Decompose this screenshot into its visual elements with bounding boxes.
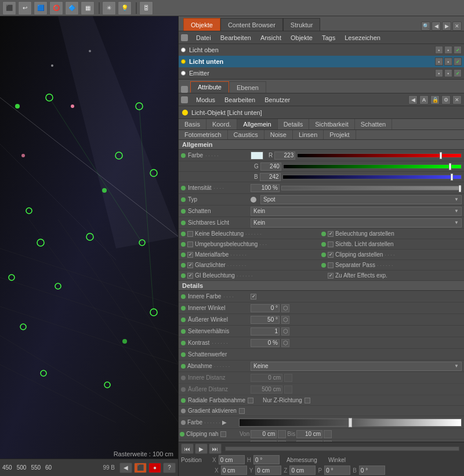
farbe-grad-bar[interactable]: [239, 419, 462, 427]
menu-ansicht[interactable]: Ansicht: [256, 33, 286, 42]
tab-ebenen[interactable]: Ebenen: [229, 81, 266, 93]
sichtbares-dropdown[interactable]: Kein ▼: [251, 218, 462, 228]
innere-distanz-stepper[interactable]: [284, 374, 292, 382]
sub-tab2-projekt[interactable]: Projekt: [324, 130, 356, 139]
cb1[interactable]: [187, 231, 193, 237]
g-thumb[interactable]: [449, 163, 451, 170]
attr-close-icon[interactable]: ✕: [452, 95, 462, 104]
pos-h[interactable]: [253, 455, 280, 464]
close-icon[interactable]: ✕: [452, 21, 462, 31]
cb-keine-beleuchtung[interactable]: Keine Beleuchtung · · · · · ·: [181, 230, 321, 237]
kontrast-input[interactable]: [251, 339, 280, 347]
kontrast-stepper[interactable]: ⬡: [281, 339, 289, 347]
innere-distanz-input[interactable]: [251, 374, 282, 382]
timeline-next[interactable]: ⏭: [209, 443, 222, 454]
coord-b[interactable]: [359, 466, 385, 475]
obj-check2-icon[interactable]: ✓: [454, 57, 462, 66]
radiale-cb[interactable]: [248, 398, 253, 403]
toolbar-icon-6[interactable]: ▦: [81, 1, 95, 15]
r-input[interactable]: [274, 152, 295, 160]
clip-nah-von-input[interactable]: [251, 430, 277, 438]
coord-y[interactable]: [255, 466, 281, 475]
nur-z-cb[interactable]: [304, 398, 310, 403]
farbe-swatch[interactable]: [251, 152, 263, 160]
obj-vis3-icon[interactable]: ▪: [435, 69, 443, 77]
sub-tab2-caustics[interactable]: Caustics: [228, 130, 264, 139]
obj-render-icon[interactable]: ▪: [444, 46, 452, 54]
schatten-dropdown[interactable]: Kein ▼: [251, 207, 462, 216]
g-input[interactable]: [260, 163, 281, 171]
play-btn[interactable]: ◀: [119, 463, 132, 473]
coord-z[interactable]: [289, 466, 316, 475]
obj-vis-icon[interactable]: ▪: [435, 46, 443, 54]
pos-x[interactable]: [219, 455, 245, 464]
obj-vis2-icon[interactable]: ▪: [435, 57, 443, 66]
cb9[interactable]: [187, 273, 193, 279]
attr-nav-a[interactable]: A: [419, 95, 429, 104]
attr-menu-modus[interactable]: Modus: [191, 95, 220, 104]
cb-clipping[interactable]: Clipping darstellen · · · ·: [321, 251, 462, 258]
sub-tab2-noise[interactable]: Noise: [264, 130, 293, 139]
innere-farbe-cb[interactable]: [251, 294, 256, 300]
attr-menu-benutzer[interactable]: Benutzer: [260, 95, 295, 104]
gradient-cb[interactable]: [239, 408, 245, 414]
timeline-play[interactable]: ▶: [195, 443, 208, 454]
menu-objekte[interactable]: Objekte: [286, 33, 317, 42]
cb6[interactable]: [328, 252, 334, 258]
menu-bearbeiten[interactable]: Bearbeiten: [216, 33, 256, 42]
timeline-bar[interactable]: [225, 446, 459, 451]
obj-check3-icon[interactable]: ✓: [454, 69, 462, 77]
coord-x[interactable]: [221, 466, 247, 475]
cb-gi[interactable]: GI Beleuchtung · · · · · ·: [181, 272, 321, 279]
r-thumb[interactable]: [440, 152, 442, 159]
aeusserer-winkel-stepper[interactable]: ⬡: [281, 316, 289, 324]
cb10[interactable]: [328, 273, 334, 279]
obj-render2-icon[interactable]: ▪: [444, 57, 452, 66]
tab-content-browser[interactable]: Content Browser: [220, 18, 283, 31]
attr-menu-bearbeiten[interactable]: Bearbeiten: [220, 95, 260, 104]
aeusserer-winkel-input[interactable]: [251, 316, 280, 324]
cb2[interactable]: [328, 231, 334, 237]
cb-after-effects[interactable]: Zu After Effects exp.: [321, 272, 462, 279]
clip-nah-bis-input[interactable]: [296, 430, 322, 438]
toolbar-icon-4[interactable]: ⭕: [49, 1, 63, 15]
seitenverh-input[interactable]: [251, 327, 280, 336]
menu-tags[interactable]: Tags: [317, 33, 340, 42]
obj-check-icon[interactable]: ✓: [454, 46, 462, 54]
sub-tab-koord[interactable]: Koord.: [206, 119, 237, 129]
tab-objekte[interactable]: Objekte: [183, 18, 220, 31]
cb3[interactable]: [187, 241, 193, 247]
b-thumb[interactable]: [451, 174, 453, 181]
aeussere-distanz-stepper[interactable]: [284, 385, 292, 394]
cb-umgebung[interactable]: Umgebungsbeleuchtung · · ·: [181, 241, 321, 247]
intensitaet-input[interactable]: [251, 184, 280, 192]
rec-btn[interactable]: ●: [148, 463, 161, 473]
sub-tab-sichtbarkeit[interactable]: Sichtbarkeit: [309, 119, 354, 129]
sub-tab-details[interactable]: Details: [278, 119, 310, 129]
attr-lock-icon[interactable]: 🔒: [430, 95, 440, 104]
toolbar-icon-5[interactable]: 🔷: [65, 1, 79, 15]
toolbar-icon-9[interactable]: 🎛: [139, 1, 153, 15]
sub-tab2-fotometrisch[interactable]: Fotometrisch: [179, 130, 228, 139]
timeline-prev[interactable]: ⏮: [181, 443, 194, 454]
sub-tab-basis[interactable]: Basis: [179, 119, 206, 129]
toolbar-icon-7[interactable]: ✳: [102, 1, 116, 15]
obj-licht-oben[interactable]: Licht oben ▪ ▪ ✓: [179, 44, 464, 56]
nav-next-icon[interactable]: ▶: [442, 21, 451, 31]
intensitaet-thumb[interactable]: [459, 185, 461, 192]
abnahme-dropdown[interactable]: Keine ▼: [251, 362, 462, 371]
coord-p[interactable]: [324, 466, 350, 475]
cb-glanzlichter[interactable]: Glanzlichter · · · · · · ·: [181, 262, 321, 268]
b-input[interactable]: [260, 173, 281, 181]
sub-tab-allgemein[interactable]: Allgemein: [237, 119, 277, 129]
toolbar-icon-8[interactable]: 💡: [118, 1, 132, 15]
attr-settings-icon[interactable]: ⚙: [441, 95, 451, 104]
clip-nah-stepper1[interactable]: [278, 430, 286, 438]
cb8[interactable]: [328, 262, 334, 268]
typ-dropdown[interactable]: Spot ▼: [260, 195, 462, 204]
cb4[interactable]: [328, 241, 334, 247]
obj-emitter[interactable]: Emitter ▪ ▪ ✓: [179, 67, 464, 79]
toolbar-icon-1[interactable]: ⬛: [2, 1, 16, 15]
help-btn[interactable]: ?: [163, 463, 176, 473]
tab-attribute[interactable]: Attribute: [190, 81, 229, 93]
